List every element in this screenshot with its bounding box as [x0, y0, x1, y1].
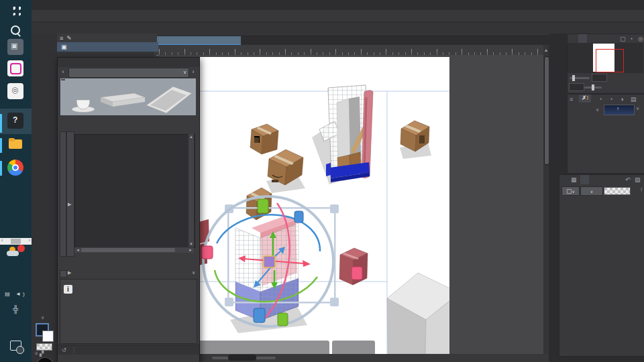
canvas-3d-scene[interactable]	[197, 57, 449, 354]
canvas-vertical-scrollbar[interactable]	[543, 55, 549, 354]
tool-scroll-down[interactable]: ∨	[41, 315, 44, 320]
canvas-status-bar	[154, 354, 549, 362]
title-bar	[0, 0, 644, 10]
origin-chevron-icon[interactable]: ∨	[192, 270, 195, 276]
notification-badge	[16, 346, 24, 354]
blend-mode-dropdown[interactable]: ∨	[580, 186, 603, 196]
color-menu-icon[interactable]: ≡ ▞	[35, 351, 44, 357]
3d-light-toolbar	[332, 341, 375, 354]
category-dropdown[interactable]: ∨	[68, 68, 189, 78]
navigator-rotate-slider[interactable]	[584, 86, 602, 88]
subtool-menu-icon[interactable]: ≡	[60, 35, 63, 42]
tab-navigator[interactable]	[578, 34, 587, 43]
menu-bar	[0, 10, 644, 22]
subtool-pen-icon: ✎	[66, 35, 72, 42]
subtool-group-operation[interactable]: ▣	[57, 42, 158, 52]
tab-tone-active[interactable]: ✗!	[579, 95, 591, 103]
audio-device-icons[interactable]: ▤ ◄)	[0, 291, 32, 297]
operation-icon: ▣	[61, 44, 67, 50]
scrollbar-up-arrow[interactable]: ▲	[543, 45, 549, 55]
windows-taskbar: ▣ ◎ ? ‹ › ▤ ◄) ╬	[0, 0, 32, 362]
layer-panel: ▦ ↶ ▨ ▢∨ ∨ ↕	[559, 174, 644, 357]
tab-history-icon[interactable]: ◔	[629, 36, 633, 42]
detail-panel-footer: ↺ |	[58, 345, 199, 355]
navigator-zoom-slider[interactable]	[570, 77, 590, 79]
clip-studio-paint-window: ▲ ∨ ≡ ▞ ≡ ✎ ▣ ‹ ∨ ›	[0, 0, 644, 362]
taskbar-clip-studio-paint-icon[interactable]: ?	[7, 113, 23, 129]
type-dropdown-icon[interactable]: ∨	[636, 106, 639, 111]
detail-panel-title	[58, 58, 199, 67]
attachment-row: ▶ ∨	[58, 269, 199, 278]
running-indicator-1	[0, 114, 2, 133]
tab-cloud2-icon[interactable]: ◔	[609, 96, 612, 103]
weather-badge	[17, 245, 25, 252]
type-swatch[interactable]: ↑	[604, 105, 635, 115]
prev-category-button[interactable]: ‹	[59, 68, 67, 76]
tab-list-icon[interactable]: ▤	[631, 96, 637, 103]
taskbar-instagram-icon[interactable]	[7, 60, 23, 76]
gizmo-center-handle[interactable]	[264, 256, 275, 267]
3d-bottom-toolbar	[197, 341, 329, 354]
blend-shape-dropdown[interactable]: ▢∨	[561, 186, 580, 196]
object-list	[74, 134, 195, 248]
taskbar-media-app-icon[interactable]: ▣	[7, 39, 23, 55]
strip-checkbox[interactable]	[60, 270, 67, 279]
type-chevron-icon[interactable]: ∨	[596, 107, 599, 113]
category-strip-2[interactable]	[66, 131, 74, 257]
start-button[interactable]	[10, 7, 21, 17]
preview-label-chip	[61, 79, 65, 80]
running-indicator-3	[0, 161, 2, 176]
layer-undo-icon[interactable]: ↶	[625, 176, 631, 183]
tone-menu-icon[interactable]: ≡	[570, 96, 573, 103]
search-icon[interactable]	[11, 25, 20, 35]
horizontal-ruler	[159, 45, 543, 56]
navigator-thumbnail-area[interactable]	[568, 43, 643, 73]
layer-palette-icon[interactable]: ▨	[635, 176, 641, 183]
tab-layer[interactable]	[580, 175, 589, 184]
zoom-slider[interactable]	[212, 357, 276, 359]
object-list-vscroll[interactable]: ▲▼	[189, 134, 194, 247]
view-region-rect[interactable]	[596, 49, 624, 72]
tab-subview-icon[interactable]: ▢	[620, 36, 626, 42]
tool-info-box: i	[60, 279, 197, 344]
tab-halftone-icon[interactable]: ◑	[620, 96, 623, 103]
strip-arrow-2[interactable]: ▶	[68, 270, 71, 276]
sub-tool-detail-panel: ‹ ∨ › ▶ ▲▼ ◄►	[57, 57, 200, 362]
next-category-button[interactable]: ›	[189, 68, 197, 76]
tall-cage-structure	[319, 85, 373, 182]
tone-panel: ≡ ✗! ◔ ◔ ◑ ▤ ∨ ↑ ∨	[567, 94, 644, 174]
subtool-panel-tab[interactable]: ≡ ✎	[57, 34, 157, 42]
wooden-box-a	[250, 124, 278, 154]
reset-icon: ↺	[62, 347, 66, 353]
category-arrow[interactable]: ▶	[68, 202, 71, 207]
navigator-rotation-value	[569, 83, 584, 91]
opacity-slider[interactable]	[604, 187, 631, 195]
object-list-hscroll[interactable]: ◄►	[74, 247, 194, 253]
taskbar-chrome-icon[interactable]	[7, 160, 23, 176]
transparent-color-swatch[interactable]	[36, 343, 52, 351]
tab-cloud1-icon[interactable]: ◔	[598, 96, 602, 103]
category-strip-1[interactable]	[60, 131, 66, 257]
3d-preview-thumbnail	[60, 78, 196, 115]
move-pointer-icon[interactable]: ╬	[0, 305, 32, 313]
info-icon: i	[64, 285, 72, 294]
taskbar-files-icon[interactable]	[7, 137, 23, 153]
preview-render	[60, 78, 196, 115]
navigator-zoom-value	[592, 74, 607, 82]
canvas-viewport[interactable]	[159, 55, 543, 354]
taskbar-clip-studio-icon[interactable]: ◎	[7, 83, 23, 99]
taskbar-overlay-scrollbar[interactable]: ‹ ›	[0, 238, 32, 245]
current-color-circle[interactable]	[37, 358, 53, 362]
layer-panel-icon[interactable]: ▦	[571, 176, 577, 183]
opacity-spinner[interactable]: ↕	[640, 186, 643, 192]
navigator-panel: ▢ ◔ ◎	[567, 34, 644, 94]
sub-color-swatch[interactable]	[42, 330, 54, 342]
grey-cube	[387, 273, 449, 354]
running-indicator-2	[0, 138, 2, 153]
tool-palette: ∨ ≡ ▞	[32, 34, 58, 362]
tab-info-icon[interactable]: ◎	[638, 36, 643, 42]
selected-cage[interactable]	[235, 216, 299, 320]
canvas-page[interactable]	[197, 57, 449, 354]
